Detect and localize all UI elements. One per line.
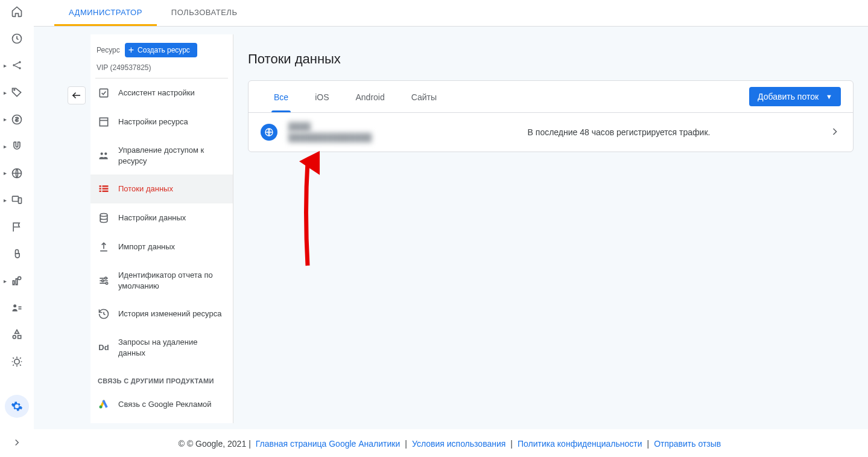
svg-rect-7: [13, 197, 19, 202]
stream-name: ████: [288, 121, 409, 132]
footer: © © Google, 2021 | Главная страница Goog…: [34, 429, 868, 457]
stream-url: ███████████████: [288, 132, 409, 143]
clock-icon[interactable]: [10, 32, 24, 46]
menu-label-streams: Потоки данных: [118, 184, 226, 194]
menu-item-access[interactable]: Управление доступом к ресурсу: [90, 136, 233, 174]
user-card-icon[interactable]: [10, 301, 24, 315]
svg-point-28: [102, 280, 104, 281]
svg-point-15: [14, 359, 19, 364]
svg-rect-22: [100, 191, 101, 193]
menu-item-bigquery[interactable]: Связь с BigQuery: [90, 418, 233, 423]
footer-link-feedback[interactable]: Отправить отзыв: [654, 439, 721, 449]
menu-item-data-settings[interactable]: Настройки данных: [90, 203, 233, 232]
menu-label-history: История изменений ресурса: [118, 308, 226, 319]
menu-label-access: Управление доступом к ресурсу: [118, 145, 226, 166]
tab-admin[interactable]: АДМИНИСТРАТОР: [54, 1, 157, 26]
svg-rect-23: [103, 185, 109, 187]
menu-label-data-settings: Настройки данных: [118, 213, 226, 223]
admin-panel: Ресурс + Создать ресурс VIP (249537825) …: [90, 34, 233, 423]
flag-icon[interactable]: [10, 220, 24, 234]
google-ads-icon: [98, 398, 110, 410]
footer-link-privacy[interactable]: Политика конфиденциальности: [518, 439, 642, 449]
menu-item-import[interactable]: Импорт данных: [90, 232, 233, 261]
sliders-icon: [98, 275, 110, 287]
svg-rect-25: [103, 191, 109, 193]
bug-icon[interactable]: [10, 355, 24, 369]
stream-status: В последние 48 часов регистрируется траф…: [420, 127, 818, 137]
layout-icon: [98, 116, 110, 128]
svg-point-1: [13, 65, 14, 66]
create-resource-button[interactable]: + Создать ресурс: [125, 43, 197, 57]
history-icon: [98, 308, 110, 320]
devices-icon[interactable]: ▸: [10, 193, 24, 207]
svg-point-29: [106, 282, 107, 284]
svg-rect-10: [16, 279, 17, 285]
gear-icon[interactable]: [5, 395, 29, 418]
svg-point-30: [100, 406, 103, 409]
home-icon[interactable]: [10, 5, 24, 19]
tab-user[interactable]: ПОЛЬЗОВАТЕЛЬ: [157, 1, 252, 26]
touch-icon[interactable]: [10, 247, 24, 261]
web-stream-icon: [261, 124, 277, 141]
svg-point-3: [19, 68, 21, 69]
back-button[interactable]: [68, 86, 86, 104]
filter-tab-ios[interactable]: iOS: [302, 81, 342, 112]
svg-point-11: [18, 277, 21, 280]
svg-point-4: [14, 89, 15, 91]
resource-name[interactable]: VIP (249537825): [90, 61, 233, 78]
footer-link-terms[interactable]: Условия использования: [412, 439, 505, 449]
checklist-icon: [98, 87, 110, 99]
filter-tab-web[interactable]: Сайты: [398, 81, 450, 112]
svg-point-26: [100, 214, 107, 217]
chevron-down-icon: ▼: [826, 93, 832, 100]
stream-row[interactable]: ████ ███████████████ В последние 48 часо…: [249, 113, 853, 152]
svg-point-2: [19, 62, 21, 63]
footer-link-home[interactable]: Главная страница Google Аналитики: [256, 439, 400, 449]
people-icon: [98, 150, 110, 162]
plus-icon: +: [128, 45, 134, 55]
menu-item-resource-settings[interactable]: Настройки ресурса: [90, 107, 233, 136]
svg-point-19: [104, 152, 107, 155]
bar-lock-icon[interactable]: ▸: [10, 274, 24, 288]
filter-tab-android[interactable]: Android: [342, 81, 398, 112]
lifecycle-icon[interactable]: ▸: [10, 59, 24, 72]
menu-label-settings: Настройки ресурса: [118, 117, 226, 127]
magnet-icon[interactable]: ▸: [10, 139, 24, 153]
left-icon-rail: ▸ ▸ ▸ ▸ ▸ ▸ ▸: [0, 0, 34, 457]
footer-copyright: © © Google, 2021: [179, 439, 246, 449]
svg-rect-9: [13, 281, 14, 285]
stream-info: ████ ███████████████: [288, 121, 409, 143]
globe-icon[interactable]: ▸: [10, 167, 24, 181]
add-stream-button[interactable]: Добавить поток ▼: [749, 87, 841, 106]
menu-label-report-id: Идентификатор отчета по умолчанию: [118, 270, 226, 291]
menu-item-report-id[interactable]: Идентификатор отчета по умолчанию: [90, 261, 233, 299]
svg-point-27: [105, 277, 107, 279]
shapes-icon[interactable]: [10, 328, 24, 342]
svg-rect-17: [100, 118, 107, 126]
upload-icon: [98, 241, 110, 253]
svg-rect-21: [100, 188, 101, 190]
menu-item-data-streams[interactable]: Потоки данных: [90, 174, 233, 203]
tabs-header: АДМИНИСТРАТОР ПОЛЬЗОВАТЕЛЬ: [34, 0, 868, 27]
streams-icon: [98, 183, 110, 195]
page-title: Потоки данных: [248, 51, 854, 67]
database-icon: [98, 212, 110, 224]
add-stream-label: Добавить поток: [758, 92, 819, 101]
menu-item-google-ads[interactable]: Связь с Google Рекламой: [90, 389, 233, 418]
menu-label-ads: Связь с Google Рекламой: [118, 399, 226, 410]
svg-rect-16: [100, 89, 107, 97]
create-resource-label: Создать ресурс: [138, 46, 190, 54]
menu-item-history[interactable]: История изменений ресурса: [90, 299, 233, 328]
menu-item-delete-requests[interactable]: Dd Запросы на удаление данных: [90, 328, 233, 366]
tag-icon[interactable]: ▸: [10, 86, 24, 100]
svg-rect-24: [103, 188, 109, 190]
svg-rect-20: [100, 185, 101, 187]
menu-item-assistant[interactable]: Ассистент настройки: [90, 78, 233, 107]
menu-label-import: Импорт данных: [118, 241, 226, 252]
money-icon[interactable]: ▸: [10, 112, 24, 126]
expand-rail-icon[interactable]: [11, 437, 22, 450]
main-content: Потоки данных Все iOS Android Сайты Доба…: [233, 34, 868, 423]
section-header-linking: СВЯЗЬ С ДРУГИМИ ПРОДУКТАМИ: [90, 366, 233, 389]
streams-card: Все iOS Android Сайты Добавить поток ▼ █…: [248, 80, 854, 152]
filter-tab-all[interactable]: Все: [261, 81, 302, 112]
